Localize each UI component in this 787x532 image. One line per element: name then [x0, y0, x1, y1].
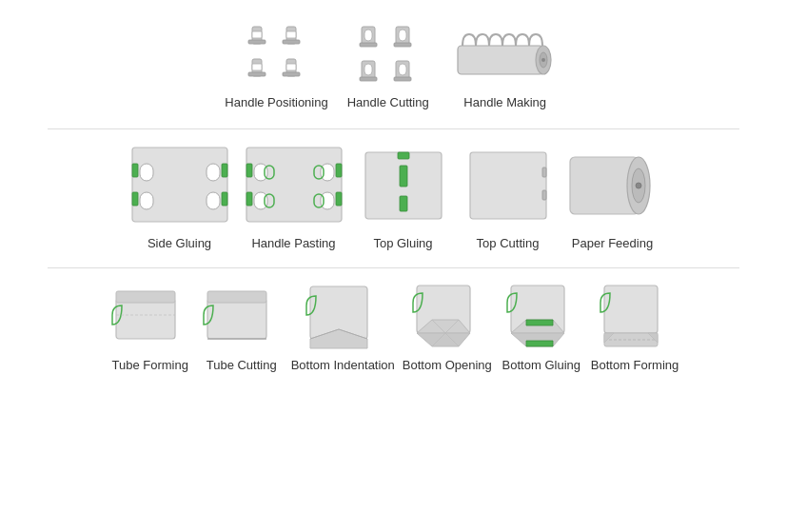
svg-rect-16 [399, 30, 406, 41]
svg-rect-45 [321, 192, 334, 209]
svg-rect-52 [400, 166, 407, 187]
icon-top-gluing [356, 143, 451, 228]
row-bag-process: Side Gluing [10, 143, 777, 252]
svg-rect-56 [542, 190, 546, 200]
svg-rect-10 [286, 64, 296, 70]
icon-tube-forming [108, 282, 192, 350]
svg-rect-38 [246, 164, 252, 177]
item-bottom-forming: Bottom Forming [591, 282, 679, 374]
label-handle-pasting: Handle Pasting [251, 236, 335, 252]
svg-rect-43 [336, 192, 342, 206]
main-container: Handle Positioning [0, 0, 787, 532]
svg-rect-20 [360, 77, 377, 81]
icon-top-cutting [461, 143, 556, 228]
icon-side-gluing [128, 143, 232, 228]
item-bottom-gluing: Bottom Gluing [500, 282, 583, 374]
label-bottom-forming: Bottom Forming [591, 358, 679, 374]
icon-handle-pasting [242, 143, 346, 228]
label-bottom-opening: Bottom Opening [403, 358, 492, 374]
item-side-gluing: Side Gluing [128, 143, 232, 252]
svg-rect-30 [132, 192, 138, 206]
svg-rect-5 [283, 40, 300, 44]
item-top-cutting: Top Cutting [461, 143, 556, 252]
icon-paper-feeding [565, 143, 660, 228]
label-bottom-indentation: Bottom Indentation [291, 358, 395, 374]
svg-rect-24 [458, 46, 543, 74]
svg-rect-35 [207, 164, 220, 181]
svg-marker-80 [526, 341, 553, 346]
item-paper-feeding: Paper Feeding [565, 143, 660, 252]
item-bottom-indentation: Bottom Indentation [291, 282, 395, 374]
icon-bottom-gluing [500, 282, 583, 350]
label-top-gluing: Top Gluing [373, 236, 432, 252]
label-bottom-gluing: Bottom Gluing [502, 358, 580, 374]
svg-rect-53 [400, 196, 407, 211]
svg-rect-17 [394, 43, 411, 47]
svg-rect-14 [360, 43, 377, 47]
svg-rect-1 [252, 31, 262, 38]
item-tube-cutting: Tube Cutting [200, 282, 284, 374]
divider-2 [48, 267, 738, 268]
svg-rect-64 [207, 299, 266, 339]
svg-rect-33 [222, 164, 227, 177]
svg-rect-29 [132, 164, 138, 177]
svg-rect-44 [321, 164, 334, 181]
svg-rect-39 [246, 192, 252, 206]
row-bottom-process: Tube Forming Tube Cutting [10, 282, 777, 374]
svg-rect-51 [398, 152, 409, 159]
icon-handle-cutting [350, 19, 426, 88]
svg-rect-13 [364, 30, 372, 41]
label-handle-positioning: Handle Positioning [225, 95, 327, 111]
svg-rect-55 [542, 167, 546, 177]
label-handle-making: Handle Making [463, 95, 546, 111]
item-handle-making: Handle Making [448, 19, 562, 111]
icon-tube-cutting [200, 282, 284, 350]
icon-handle-making [448, 19, 562, 88]
svg-rect-23 [394, 77, 411, 81]
svg-rect-62 [116, 291, 175, 303]
svg-rect-81 [604, 286, 658, 333]
svg-rect-11 [283, 72, 300, 76]
icon-bottom-opening [405, 282, 489, 350]
icon-bottom-forming [593, 282, 677, 350]
svg-rect-32 [140, 192, 153, 209]
svg-rect-61 [116, 299, 175, 339]
label-tube-cutting: Tube Cutting [207, 358, 277, 374]
icon-handle-positioning [239, 19, 315, 88]
item-top-gluing: Top Gluing [356, 143, 451, 252]
item-handle-cutting: Handle Cutting [347, 19, 429, 111]
label-side-gluing: Side Gluing [148, 236, 211, 252]
svg-rect-7 [252, 64, 262, 70]
svg-rect-42 [336, 164, 342, 177]
svg-rect-31 [140, 164, 153, 181]
svg-rect-22 [399, 64, 406, 75]
item-handle-positioning: Handle Positioning [225, 19, 327, 111]
svg-rect-28 [132, 148, 227, 222]
divider-1 [48, 128, 738, 129]
svg-rect-4 [286, 31, 296, 38]
label-tube-forming: Tube Forming [111, 358, 187, 374]
svg-point-27 [541, 58, 545, 62]
label-handle-cutting: Handle Cutting [347, 95, 429, 111]
label-paper-feeding: Paper Feeding [572, 236, 653, 252]
svg-rect-34 [222, 192, 227, 206]
row-handle-icons: Handle Positioning [10, 19, 777, 111]
svg-rect-54 [470, 152, 546, 219]
item-handle-pasting: Handle Pasting [242, 143, 346, 252]
svg-rect-41 [254, 192, 267, 209]
svg-rect-2 [248, 40, 266, 44]
svg-rect-37 [246, 148, 342, 222]
label-top-cutting: Top Cutting [477, 236, 540, 252]
svg-rect-40 [254, 164, 267, 181]
item-bottom-opening: Bottom Opening [403, 282, 492, 374]
icon-bottom-indentation [301, 282, 384, 350]
svg-rect-36 [207, 192, 220, 209]
svg-marker-79 [526, 320, 553, 325]
svg-point-60 [636, 183, 641, 188]
item-tube-forming: Tube Forming [108, 282, 192, 374]
svg-rect-8 [248, 72, 266, 76]
svg-rect-19 [364, 64, 372, 75]
svg-rect-65 [207, 291, 266, 303]
